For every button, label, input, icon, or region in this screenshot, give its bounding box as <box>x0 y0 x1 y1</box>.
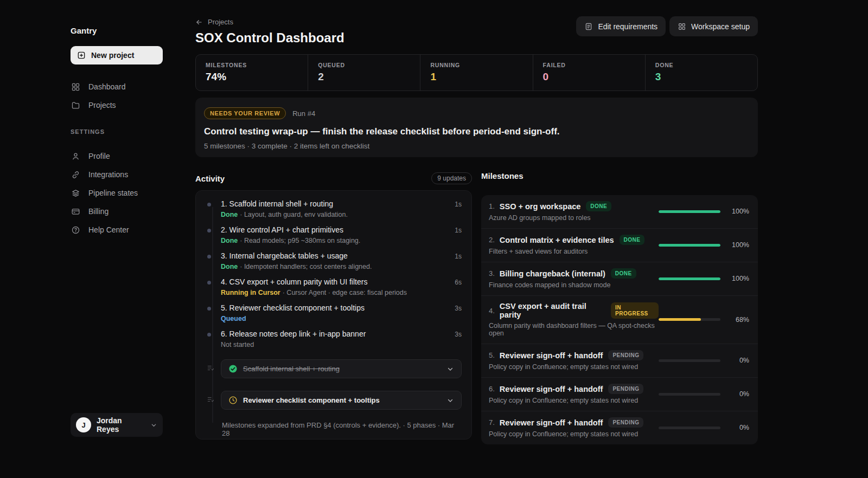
main-content: Projects SOX Control Dashboard Edit requ… <box>195 0 758 478</box>
stat-value: 3 <box>655 71 748 83</box>
folder-icon <box>71 101 80 110</box>
edit-requirements-button[interactable]: Edit requirements <box>576 16 666 36</box>
workspace-setup-button[interactable]: Workspace setup <box>669 16 758 36</box>
stat-value: 0 <box>543 71 635 83</box>
banner-meta: 5 milestones · 3 complete · 2 items left… <box>204 142 749 150</box>
sidebar-item-integrations[interactable]: Integrations <box>71 165 163 184</box>
sidebar-item-billing[interactable]: Billing <box>71 202 163 221</box>
milestones-section: Milestones 1. SSO + org workspace DONE A… <box>481 171 758 444</box>
milestones-title: Milestones <box>481 171 758 180</box>
status-badge: IN PROGRESS <box>611 302 659 319</box>
layers-icon <box>71 189 80 198</box>
progress-percent: 100% <box>729 241 749 249</box>
progress-percent: 68% <box>729 316 749 324</box>
header-actions: Edit requirements Workspace setup <box>576 16 758 36</box>
sidebar-item-dashboard[interactable]: Dashboard <box>71 77 163 96</box>
link-icon <box>71 170 80 179</box>
sidebar-item-label: Projects <box>88 101 116 109</box>
app-root: Gantry New project Dashboard Projects SE… <box>0 0 868 478</box>
timeline-dot <box>207 229 211 232</box>
progress-bar <box>659 318 720 321</box>
check-circle-icon <box>228 364 238 373</box>
progress-bar <box>659 277 720 280</box>
plus-square-icon <box>77 51 86 60</box>
milestone-row: 4. CSV export + audit trail parity IN PR… <box>481 295 758 344</box>
activity-item: 2. Wire control API + chart primitives1s… <box>207 225 462 244</box>
activity-item: 3. Internal chargeback tables + usage1s … <box>207 251 462 270</box>
activity-footer: Milestones expanded from PRD §4 (control… <box>222 421 462 437</box>
collapsed-task-row: Reviewer checklist component + tooltips <box>221 391 462 410</box>
sidebar: Gantry New project Dashboard Projects SE… <box>71 0 163 478</box>
progress-percent: 0% <box>729 424 749 431</box>
status-badge: PENDING <box>608 417 643 428</box>
milestone-row: 7. Reviewer sign-off + handoff PENDING P… <box>481 411 758 444</box>
new-project-button[interactable]: New project <box>71 46 163 64</box>
sidebar-item-label: Help Center <box>88 225 129 234</box>
milestones-panel: 1. SSO + org workspace DONE Azure AD gro… <box>481 195 758 444</box>
brand-title: Gantry <box>71 26 163 35</box>
timeline-dot <box>207 255 211 259</box>
sidebar-item-projects[interactable]: Projects <box>71 96 163 114</box>
milestone-row: 6. Reviewer sign-off + handoff PENDING P… <box>481 377 758 411</box>
progress-percent: 100% <box>729 208 749 215</box>
activity-item: 1. Scaffold internal shell + routing1s D… <box>207 199 462 218</box>
user-icon <box>71 152 80 161</box>
progress-bar <box>659 359 720 362</box>
progress-bar <box>659 393 720 396</box>
clock-icon <box>228 396 238 405</box>
collapsed-task-pending[interactable]: Reviewer checklist component + tooltips <box>221 391 462 410</box>
status-badge: PENDING <box>608 350 643 360</box>
sidebar-item-label: Integrations <box>88 170 128 179</box>
progress-bar <box>659 244 720 247</box>
status-badge: PENDING <box>608 384 643 394</box>
stat-milestones: MILESTONES 74% <box>196 55 308 91</box>
stat-queued: QUEUED 2 <box>308 55 420 91</box>
status-badge: DONE <box>586 201 611 211</box>
collapsed-task-row: Scaffold internal shell + routing <box>221 359 462 378</box>
breadcrumb-label: Projects <box>208 18 233 26</box>
progress-percent: 0% <box>729 357 749 364</box>
chevron-down-icon[interactable] <box>446 397 454 404</box>
review-banner: NEEDS YOUR REVIEW Run #4 Control testing… <box>195 98 758 157</box>
needs-review-badge: NEEDS YOUR REVIEW <box>204 107 286 119</box>
edit-requirements-label: Edit requirements <box>598 22 658 31</box>
sidebar-item-help-center[interactable]: Help Center <box>71 221 163 239</box>
grid-icon <box>678 22 686 31</box>
banner-headline: Control testing wrap-up — finish the rel… <box>204 126 749 137</box>
breadcrumb[interactable]: Projects <box>195 18 233 26</box>
primary-nav: Dashboard Projects <box>71 77 163 114</box>
stat-value: 74% <box>206 71 298 83</box>
user-name: Jordan Reyes <box>97 416 145 434</box>
credit-card-icon <box>71 207 80 216</box>
timeline-dot <box>207 203 211 206</box>
progress-bar <box>659 210 720 213</box>
sidebar-item-pipeline-states[interactable]: Pipeline states <box>71 184 163 202</box>
sidebar-item-profile[interactable]: Profile <box>71 147 163 165</box>
new-project-label: New project <box>91 51 134 60</box>
activity-item: 4. CSV export + column parity with UI fi… <box>207 277 462 296</box>
help-circle-icon <box>71 225 80 235</box>
checklist-icon <box>207 396 214 405</box>
chevron-down-icon[interactable] <box>446 365 454 373</box>
settings-section-label: SETTINGS <box>71 128 163 135</box>
sidebar-item-label: Pipeline states <box>88 189 138 197</box>
stat-failed: FAILED 0 <box>533 55 645 91</box>
timeline-dot <box>207 281 211 285</box>
timeline-dot <box>207 333 211 337</box>
milestone-row: 1. SSO + org workspace DONE Azure AD gro… <box>481 195 758 228</box>
progress-bar <box>659 427 720 429</box>
activity-card: 1. Scaffold internal shell + routing1s D… <box>195 190 472 440</box>
updates-badge: 9 updates <box>431 172 472 184</box>
settings-nav: Profile Integrations Pipeline states Bil… <box>71 147 163 239</box>
user-menu[interactable]: J Jordan Reyes <box>71 413 163 437</box>
workspace-setup-label: Workspace setup <box>691 22 750 31</box>
collapsed-task-done[interactable]: Scaffold internal shell + routing <box>221 359 462 378</box>
milestone-row: 3. Billing chargeback (internal) DONE Fi… <box>481 262 758 295</box>
status-badge: DONE <box>620 235 645 245</box>
progress-percent: 100% <box>729 275 749 282</box>
chevron-down-icon <box>150 422 157 429</box>
file-text-icon <box>584 22 593 31</box>
status-badge: DONE <box>611 268 636 279</box>
avatar: J <box>76 417 91 432</box>
arrow-left-icon <box>195 18 203 26</box>
